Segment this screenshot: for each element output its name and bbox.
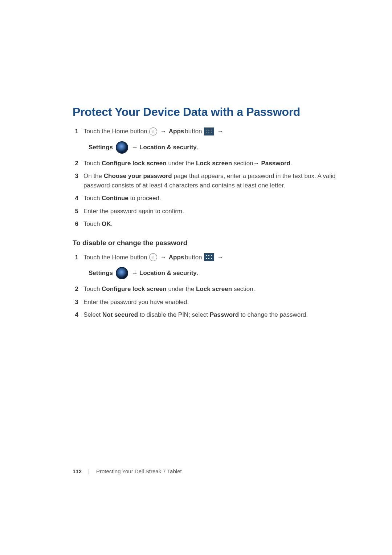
step-3: 3 On the Choose your password page that … (73, 171, 345, 190)
steps-secondary: 1 Touch the Home button ⌂ → Apps button … (73, 253, 345, 262)
step-2: 2 Touch Configure lock screen under the … (73, 159, 345, 168)
step-number: 1 (73, 253, 83, 262)
step-b3: 3 Enter the password you have enabled. (73, 297, 345, 307)
apps-grid-icon (204, 127, 214, 135)
step-1: 1 Touch the Home button ⌂ → Apps button … (73, 127, 345, 136)
settings-path: Settings → Location & security. (89, 141, 345, 154)
step-6: 6 Touch OK. (73, 219, 345, 229)
step-text: Touch Configure lock screen under the Lo… (83, 284, 345, 294)
step-b2: 2 Touch Configure lock screen under the … (73, 284, 345, 294)
home-icon: ⌂ (149, 127, 157, 135)
step-number: 3 (73, 171, 83, 181)
step-number: 2 (73, 159, 83, 168)
step-b4: 4 Select Not secured to disable the PIN;… (73, 310, 345, 320)
settings-path: Settings → Location & security. (89, 267, 345, 279)
page-content: Protect Your Device Data with a Password… (0, 0, 392, 320)
step-text: Touch the Home button ⌂ → Apps button → (83, 127, 345, 136)
step-text: On the Choose your password page that ap… (83, 171, 345, 190)
step-text: Touch the Home button ⌂ → Apps button → (83, 253, 345, 262)
footer-divider: | (88, 468, 90, 474)
steps-secondary-cont: 2 Touch Configure lock screen under the … (73, 284, 345, 320)
step-text: Touch Continue to proceed. (83, 194, 345, 203)
step-text: Touch OK. (83, 219, 345, 229)
step-number: 6 (73, 219, 83, 229)
steps-primary-cont: 2 Touch Configure lock screen under the … (73, 159, 345, 229)
page-number: 112 (73, 468, 82, 474)
page-title: Protect Your Device Data with a Password (73, 105, 345, 119)
step-number: 4 (73, 310, 83, 320)
home-icon: ⌂ (149, 253, 157, 261)
page-footer: 112 | Protecting Your Dell Streak 7 Tabl… (73, 468, 182, 474)
apps-grid-icon (204, 253, 214, 261)
step-number: 1 (73, 127, 83, 136)
steps-primary: 1 Touch the Home button ⌂ → Apps button … (73, 127, 345, 136)
step-number: 3 (73, 297, 83, 307)
settings-icon (116, 267, 128, 279)
step-text: Select Not secured to disable the PIN; s… (83, 310, 345, 320)
step-number: 5 (73, 207, 83, 216)
step-number: 4 (73, 194, 83, 203)
step-4: 4 Touch Continue to proceed. (73, 194, 345, 203)
step-text: Enter the password you have enabled. (83, 297, 345, 307)
settings-icon (116, 141, 128, 154)
sub-heading: To disable or change the password (73, 239, 345, 247)
step-text: Touch Configure lock screen under the Lo… (83, 159, 345, 168)
step-number: 2 (73, 284, 83, 294)
step-text: Enter the password again to confirm. (83, 207, 345, 216)
step-5: 5 Enter the password again to confirm. (73, 207, 345, 216)
footer-chapter: Protecting Your Dell Streak 7 Tablet (96, 468, 182, 474)
step-b1: 1 Touch the Home button ⌂ → Apps button … (73, 253, 345, 262)
